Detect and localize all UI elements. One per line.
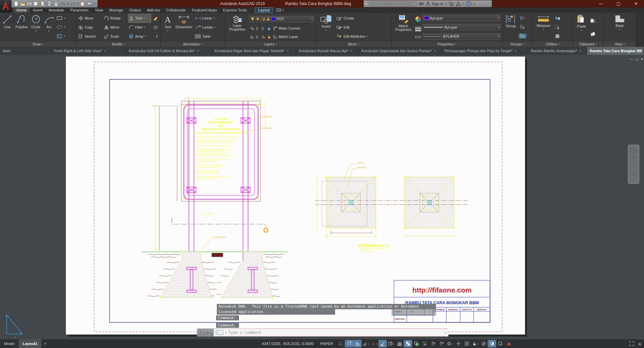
panel-label-clipboard[interactable]: Clipboard xyxy=(573,41,603,47)
panel-label-draw[interactable]: Draw xyxy=(0,41,76,47)
ortho-icon[interactable] xyxy=(354,340,361,347)
application-menu-button[interactable] xyxy=(0,0,11,12)
close-tab-icon[interactable] xyxy=(104,49,106,53)
selection-filter-icon[interactable] xyxy=(421,340,429,347)
ungroup-button[interactable] xyxy=(519,16,526,20)
dimension-button[interactable]: Dimension xyxy=(174,14,193,41)
graphics-performance-icon[interactable] xyxy=(488,340,496,347)
pan-icon[interactable] xyxy=(631,155,637,162)
color-wheel-icon[interactable] xyxy=(415,16,421,22)
edit-attributes-button[interactable]: Edit Attributes xyxy=(336,34,368,38)
table-button[interactable]: Table xyxy=(194,34,224,38)
restore-button[interactable] xyxy=(612,0,625,7)
linetype-icon[interactable] xyxy=(415,36,421,38)
snap-icon[interactable] xyxy=(345,340,353,347)
redo-dropdown-icon[interactable] xyxy=(77,2,79,5)
navigation-wheel-icon[interactable] xyxy=(630,147,637,154)
search-icon[interactable] xyxy=(418,2,424,6)
layer-dropdown[interactable]: POT xyxy=(249,16,314,22)
drawing-minimize-icon[interactable] xyxy=(630,57,633,61)
quick-properties-icon[interactable] xyxy=(463,340,471,347)
close-tab-icon[interactable] xyxy=(579,49,581,53)
stretch-button[interactable]: Stretch xyxy=(78,32,101,41)
app-dropdown-icon[interactable] xyxy=(463,2,464,5)
navigation-bar[interactable] xyxy=(628,145,639,184)
ribbon-tab-parametric[interactable]: Parametric xyxy=(67,7,92,13)
search-input[interactable] xyxy=(369,1,416,6)
ribbon-tab-featured-apps[interactable]: Featured Apps xyxy=(189,7,220,13)
open-file-icon[interactable] xyxy=(19,1,26,7)
help-icon[interactable]: ? xyxy=(466,1,472,6)
lock-caret-icon[interactable] xyxy=(477,343,478,345)
isolate-objects-icon[interactable] xyxy=(480,340,487,347)
ribbon-tab-express-tools[interactable]: Express Tools xyxy=(220,7,250,13)
workspace-caret-icon[interactable] xyxy=(452,343,453,345)
selection-cycling-icon[interactable] xyxy=(412,340,420,347)
command-expand-icon[interactable] xyxy=(445,331,446,334)
cad-drawing[interactable]: TATA CARA PEMBONGKARAN BBM DARI MOBIL TA… xyxy=(0,55,644,339)
autodesk-app-icon[interactable] xyxy=(456,1,461,6)
close-tab-icon[interactable] xyxy=(287,49,289,53)
undo-icon[interactable] xyxy=(60,1,66,7)
object-snap-icon[interactable] xyxy=(379,340,387,347)
rotate-button[interactable]: Rotate xyxy=(103,14,126,23)
save-settings-icon[interactable] xyxy=(496,340,504,347)
ribbon-tab-collaborate[interactable]: Collaborate xyxy=(163,7,189,13)
sign-in-dropdown-icon[interactable] xyxy=(445,2,447,5)
polyline-button[interactable]: Polyline xyxy=(14,14,29,41)
panel-label-utilities[interactable]: Utilities xyxy=(533,41,573,47)
ribbon-tab-insert[interactable]: Insert xyxy=(30,7,46,13)
arc-flyout-icon[interactable] xyxy=(48,30,50,32)
orbit-icon[interactable] xyxy=(631,170,637,176)
command-input-field[interactable]: Type a command xyxy=(214,328,448,337)
linetype-dropdown[interactable]: - BYLAYER xyxy=(422,33,501,40)
polar-tracking-icon[interactable] xyxy=(362,340,370,347)
match-properties-button[interactable]: Match Properties xyxy=(393,14,414,41)
panel-label-annotation[interactable]: Annotation xyxy=(161,41,225,47)
transparency-icon[interactable] xyxy=(404,340,412,347)
insert-button[interactable]: Insert xyxy=(317,14,335,41)
plot-mobile-icon[interactable] xyxy=(40,1,46,7)
leader-button[interactable]: Leader xyxy=(194,25,224,29)
drawing-close-icon[interactable] xyxy=(641,57,643,61)
move-button[interactable]: Move xyxy=(78,14,101,23)
file-tab[interactable]: Konstruksi Septicktank dan Sumur Pantau* xyxy=(359,47,442,55)
ellipse-flyout-button[interactable] xyxy=(56,25,66,29)
close-tab-icon[interactable] xyxy=(434,49,436,53)
base-button[interactable]: Base xyxy=(612,14,628,41)
polar-caret-icon[interactable] xyxy=(368,343,369,345)
share-upload-icon[interactable] xyxy=(46,1,52,7)
lineweight-status-icon[interactable] xyxy=(396,340,403,347)
annotation-monitor-icon[interactable] xyxy=(429,340,437,347)
ribbon-tab-addins[interactable]: Add-ins xyxy=(144,7,163,13)
quick-calculator-button[interactable] xyxy=(555,34,561,38)
group-edit-button[interactable] xyxy=(519,25,526,29)
customize-wrench-icon[interactable] xyxy=(211,330,212,335)
recent-commands-icon[interactable] xyxy=(225,331,227,334)
help-dropdown-icon[interactable] xyxy=(474,2,475,5)
circle-button[interactable]: Circle xyxy=(30,14,42,41)
command-line-grip[interactable] xyxy=(197,328,214,337)
linear-button[interactable]: Linear xyxy=(194,16,224,20)
object-color-dropdown[interactable]: ByLayer xyxy=(422,15,501,21)
isodraft-caret-icon[interactable] xyxy=(376,343,377,345)
cut-button[interactable] xyxy=(590,19,597,23)
file-tab[interactable]: Front Right & Left Side View* xyxy=(51,47,126,55)
group-selectable-button[interactable] xyxy=(519,34,526,38)
match-layer-button[interactable]: Match Layer xyxy=(249,35,314,39)
make-current-button[interactable]: Make Current xyxy=(249,26,314,30)
file-tab-active[interactable]: Rambu Tata Cara Bongkar BB xyxy=(587,47,644,55)
ribbon-tab-annotate[interactable]: Annotate xyxy=(45,7,67,13)
mirror-button[interactable]: Mirror xyxy=(103,23,126,32)
lineweight-icon[interactable] xyxy=(415,27,421,31)
erase-button[interactable] xyxy=(152,16,159,21)
save-as-icon[interactable] xyxy=(33,1,39,7)
print-icon[interactable] xyxy=(53,1,59,7)
hatch-flyout-button[interactable] xyxy=(56,34,66,38)
sheet-set-icon[interactable] xyxy=(80,1,86,7)
paste-button[interactable]: Paste xyxy=(574,14,589,41)
file-tab[interactable]: Konstruksi Grill Oil Cather & Menara Air… xyxy=(126,47,212,55)
infocenter-collapse-icon[interactable] xyxy=(366,2,367,5)
customization-icon[interactable] xyxy=(636,340,644,347)
navbar-more-icon[interactable] xyxy=(633,178,635,181)
